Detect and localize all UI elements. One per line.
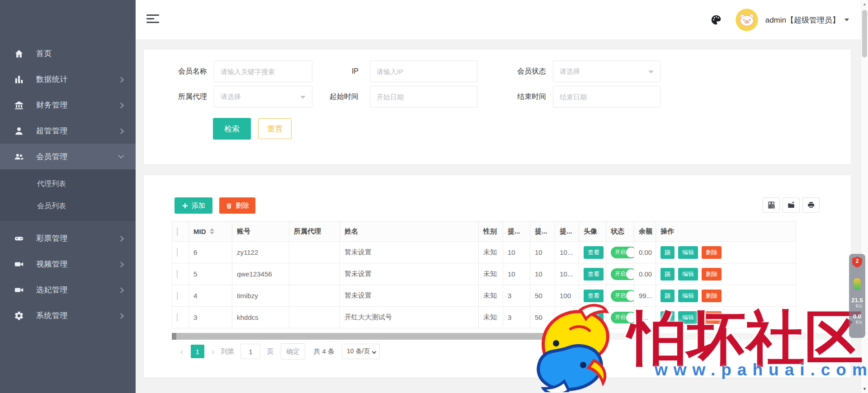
- field-label: IP: [312, 67, 359, 75]
- gear-icon: [14, 310, 24, 321]
- status-toggle[interactable]: 开启: [611, 247, 634, 258]
- menu-toggle-icon[interactable]: [146, 14, 159, 24]
- header-checkbox-cell: [172, 221, 189, 242]
- caret-down-icon[interactable]: [844, 19, 849, 21]
- filter-row-2: 所属代理 请选择 起始时间 结束时间: [153, 86, 851, 108]
- horizontal-scrollbar[interactable]: [172, 333, 844, 340]
- view-avatar-button[interactable]: 查看: [584, 268, 604, 281]
- caret-down-icon: [648, 70, 654, 74]
- next-page-button[interactable]: ›: [209, 346, 217, 357]
- theme-palette-icon[interactable]: [710, 14, 722, 26]
- cell-account: zy1122: [232, 242, 289, 263]
- sidebar-item-superadmin[interactable]: 超管管理: [0, 118, 136, 144]
- sort-icon[interactable]: [210, 228, 214, 234]
- cell-mid: 5: [189, 263, 232, 285]
- sidebar-subitem-member-list[interactable]: 会员列表: [0, 195, 136, 217]
- kick-button[interactable]: 踢: [660, 290, 675, 302]
- delete-row-button[interactable]: 删除: [702, 311, 722, 324]
- delete-button[interactable]: 删除: [219, 197, 255, 214]
- status-toggle[interactable]: 开启: [611, 290, 634, 302]
- scroll-left-arrow[interactable]: [172, 333, 176, 340]
- cell-agent: [289, 263, 340, 285]
- start-date-input[interactable]: [370, 86, 477, 108]
- sidebar-item-home[interactable]: 首页: [0, 41, 136, 66]
- cell-t2: 50: [530, 307, 555, 328]
- chevron-right-icon: [118, 262, 124, 267]
- row-checkbox[interactable]: [177, 248, 178, 257]
- edit-button[interactable]: 编辑: [678, 290, 698, 302]
- confirm-page-button[interactable]: 确定: [281, 343, 305, 360]
- member-name-input[interactable]: [214, 61, 312, 82]
- reset-button[interactable]: 重置: [258, 118, 292, 139]
- agent-select[interactable]: 请选择: [214, 86, 312, 108]
- net-speed-widget[interactable]: 2 21.5 ↑ K/s 0.0 ↓ K/s: [849, 254, 865, 338]
- sidebar: 首页 数据统计 财务管理 超管管理 会员管理 代理列表 会员列表 彩票管理: [0, 0, 136, 393]
- avatar[interactable]: [736, 9, 758, 31]
- edit-button[interactable]: 编辑: [678, 268, 698, 281]
- sidebar-item-finance[interactable]: 财务管理: [0, 92, 136, 118]
- add-button[interactable]: 添加: [175, 197, 212, 214]
- member-status-select[interactable]: 请选择: [553, 61, 660, 82]
- columns-filter-button[interactable]: [763, 197, 780, 213]
- per-page-select[interactable]: 10 条/页: [342, 344, 380, 359]
- topbar: admin【超级管理员】: [136, 0, 868, 40]
- col-gender: 性别: [479, 221, 503, 242]
- delete-row-button[interactable]: 删除: [702, 290, 722, 302]
- kick-button[interactable]: 踢: [660, 268, 675, 281]
- field-label: 会员状态: [477, 67, 546, 76]
- edit-button[interactable]: 编辑: [678, 311, 698, 324]
- sidebar-item-system[interactable]: 系统管理: [0, 303, 136, 328]
- status-toggle[interactable]: 开启: [611, 268, 634, 280]
- cell-t3: 100: [555, 285, 579, 307]
- ip-input[interactable]: [370, 61, 477, 82]
- scroll-down-arrow[interactable]: ▼: [863, 387, 867, 391]
- goto-page-input[interactable]: [241, 344, 260, 359]
- total-count-label: 共 4 条: [313, 347, 335, 356]
- vertical-scrollbar-thumb[interactable]: [862, 10, 867, 57]
- export-button[interactable]: [783, 197, 800, 213]
- delete-row-button[interactable]: 删除: [702, 268, 722, 281]
- sidebar-item-video[interactable]: 视频管理: [0, 251, 136, 277]
- scroll-up-arrow[interactable]: ▲: [863, 2, 867, 6]
- filter-row-1: 会员名称 IP 会员状态 请选择: [153, 61, 851, 82]
- end-date-input[interactable]: [553, 86, 660, 108]
- table-panel: 添加 删除 MID 账号 所属代理 姓名: [144, 175, 851, 378]
- per-page-value: 10 条/页: [347, 347, 370, 356]
- row-checkbox[interactable]: [177, 291, 178, 300]
- view-avatar-button[interactable]: 查看: [584, 311, 604, 324]
- shield-badge[interactable]: 2: [852, 257, 862, 267]
- cell-account: khddcs: [232, 307, 289, 328]
- cell-balance: 0.00: [634, 242, 656, 263]
- sidebar-item-stats[interactable]: 数据统计: [0, 66, 136, 92]
- current-page-button[interactable]: 1: [191, 345, 204, 358]
- sidebar-item-label: 财务管理: [36, 100, 68, 110]
- cell-account: timibzy: [232, 285, 289, 307]
- download-unit: ↓ K/s: [852, 320, 862, 325]
- sidebar-subitem-agent-list[interactable]: 代理列表: [0, 173, 136, 195]
- table-header-row: MID 账号 所属代理 姓名 性别 提... 提... 提... 头像 状态 余…: [172, 221, 796, 242]
- sidebar-item-members[interactable]: 会员管理: [0, 144, 136, 169]
- row-checkbox[interactable]: [177, 270, 178, 278]
- view-avatar-button[interactable]: 查看: [584, 246, 604, 259]
- edit-button[interactable]: 编辑: [678, 246, 698, 259]
- col-t1: 提...: [503, 221, 530, 242]
- kick-button[interactable]: 踢: [660, 311, 675, 324]
- view-avatar-button[interactable]: 查看: [584, 290, 604, 302]
- select-all-checkbox[interactable]: [177, 227, 178, 236]
- user-menu[interactable]: admin【超级管理员】: [765, 15, 840, 25]
- kick-button[interactable]: 踢: [660, 246, 675, 259]
- sidebar-item-lottery[interactable]: 彩票管理: [0, 225, 136, 251]
- row-checkbox[interactable]: [177, 313, 178, 322]
- sidebar-item-concubine[interactable]: 选妃管理: [0, 277, 136, 303]
- delete-row-button[interactable]: 删除: [702, 246, 722, 259]
- cell-mid: 3: [189, 307, 232, 328]
- search-button[interactable]: 检索: [213, 118, 251, 140]
- prev-page-button[interactable]: ‹: [178, 346, 186, 357]
- horizontal-scrollbar-thumb[interactable]: [176, 333, 589, 340]
- table-row: 5 qwe123456 暂未设置 未知 10 10 10... 查看 开启 0.…: [172, 263, 796, 285]
- status-toggle[interactable]: 开启: [611, 312, 634, 323]
- cell-agent: [289, 307, 340, 328]
- print-button[interactable]: [802, 197, 820, 213]
- cell-t1: 3: [503, 307, 530, 328]
- col-mid[interactable]: MID: [189, 221, 232, 242]
